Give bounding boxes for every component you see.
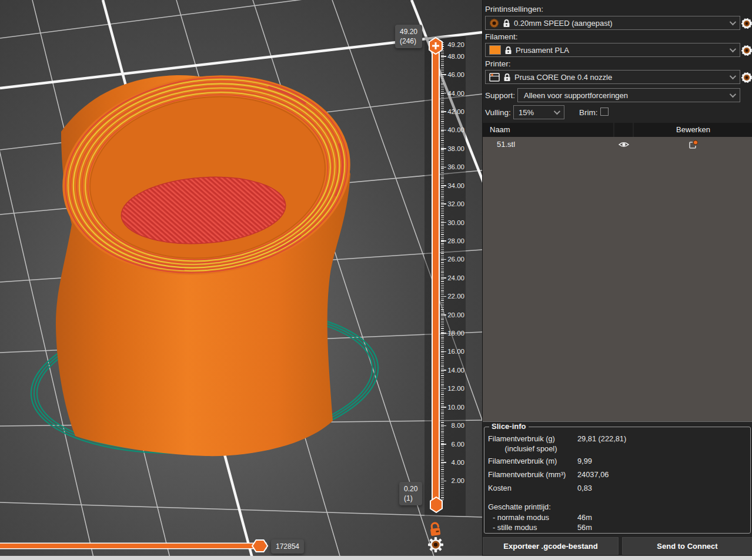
print-time-row: - stille modus 56m xyxy=(488,523,747,532)
object-list[interactable]: 51.stl xyxy=(483,137,752,422)
slice-info-row: Filamentverbruik (g) (inclusief spoel) 2… xyxy=(488,434,747,453)
unlock-icon[interactable] xyxy=(428,520,443,536)
printer-label: Printer: xyxy=(485,59,511,68)
print-settings-label: Printinstellingen: xyxy=(485,5,543,14)
export-gcode-button[interactable]: Exporteer .gcode-bestand xyxy=(483,537,619,555)
printer-icon xyxy=(489,73,500,82)
slice-info-title: Slice-info xyxy=(489,422,529,431)
settings-gear-icon[interactable] xyxy=(427,536,444,553)
printer-dropdown[interactable]: Prusa CORE One 0.4 nozzle xyxy=(485,70,740,84)
lock-icon xyxy=(503,73,511,82)
filament-dropdown[interactable]: Prusament PLA xyxy=(485,43,740,57)
print-time-title: Geschatte printtijd: xyxy=(488,502,747,511)
column-edit: Bewerken xyxy=(634,125,752,134)
edit-object-icon[interactable] xyxy=(689,140,698,149)
print-settings-gear-icon[interactable] xyxy=(741,18,752,29)
slice-info-row: Filamentverbruik (mm³) 24037,06 xyxy=(488,470,747,480)
support-label: Support: xyxy=(485,91,515,100)
infill-value: 15% xyxy=(517,108,550,117)
chevron-down-icon xyxy=(730,19,736,25)
build-plate-scene xyxy=(0,0,482,560)
object-row[interactable]: 51.stl xyxy=(483,137,752,152)
slice-info-panel: Slice-info Filamentverbruik (g) (inclusi… xyxy=(484,427,751,534)
sliced-model[interactable] xyxy=(49,57,363,456)
send-to-connect-button[interactable]: Send to Connect xyxy=(622,537,752,555)
layer-slider-bottom-tooltip: 0.20 (1) xyxy=(399,482,422,505)
print-time-row: - normale modus 46m xyxy=(488,513,747,522)
print-settings-value: 0.20mm SPEED (aangepast) xyxy=(514,19,726,28)
chevron-down-icon xyxy=(730,46,736,52)
visibility-eye-icon[interactable] xyxy=(619,140,629,149)
print-settings-dropdown[interactable]: 0.20mm SPEED (aangepast) xyxy=(485,16,740,30)
filament-swatch xyxy=(489,45,501,55)
brim-checkbox[interactable] xyxy=(600,108,609,116)
filament-label: Filament: xyxy=(485,32,518,41)
move-slider-handle[interactable] xyxy=(251,539,269,553)
support-value: Alleen voor supportforceringen xyxy=(522,91,726,100)
support-dropdown[interactable]: Alleen voor supportforceringen xyxy=(517,88,740,102)
window-bottom-edge xyxy=(0,556,752,560)
chevron-down-icon xyxy=(730,91,736,98)
printer-value: Prusa CORE One 0.4 nozzle xyxy=(514,73,726,82)
filament-gear-icon[interactable] xyxy=(741,45,752,56)
column-name: Naam xyxy=(490,125,510,134)
infill-label: Vulling: xyxy=(485,108,511,117)
print-settings-icon xyxy=(489,18,499,28)
layer-slider-lower-handle[interactable] xyxy=(429,497,444,513)
infill-dropdown[interactable]: 15% xyxy=(513,105,564,119)
move-slider-tooltip: 172854 xyxy=(271,539,304,554)
layer-slider-upper-handle[interactable] xyxy=(427,37,444,55)
slice-info-rows: Filamentverbruik (g) (inclusief spoel) 2… xyxy=(488,434,747,497)
slice-info-row: Kosten 0,83 xyxy=(488,484,747,494)
object-table-header: Naam Bewerken xyxy=(483,123,752,137)
object-name[interactable]: 51.stl xyxy=(497,140,515,149)
slice-info-row: Filamentverbruik (m) 9,99 xyxy=(488,457,747,467)
right-panel: Printinstellingen: 0.20mm SPEED (aangepa… xyxy=(482,0,752,560)
move-slider-track[interactable] xyxy=(0,544,266,548)
lock-icon xyxy=(504,46,512,55)
layer-tick-labels: 48.0046.0044.0042.0040.0038.0036.0034.00… xyxy=(442,47,464,490)
chevron-down-icon xyxy=(730,73,736,79)
3d-viewport[interactable]: 49.20 48.0046.0044.0042.0040.0038.0036.0… xyxy=(0,0,482,560)
printer-gear-icon[interactable] xyxy=(741,72,752,83)
lock-icon xyxy=(503,19,510,28)
prusaslicer-window: 49.20 48.0046.0044.0042.0040.0038.0036.0… xyxy=(0,0,752,560)
layer-slider-top-tooltip: 49.20 (246) xyxy=(395,25,422,48)
layer-slider-track[interactable] xyxy=(432,41,440,509)
brim-label: Brim: xyxy=(579,108,598,117)
filament-value: Prusament PLA xyxy=(516,46,726,55)
print-time-rows: - normale modus 46m - stille modus 56m xyxy=(488,513,747,532)
chevron-down-icon xyxy=(554,108,560,115)
